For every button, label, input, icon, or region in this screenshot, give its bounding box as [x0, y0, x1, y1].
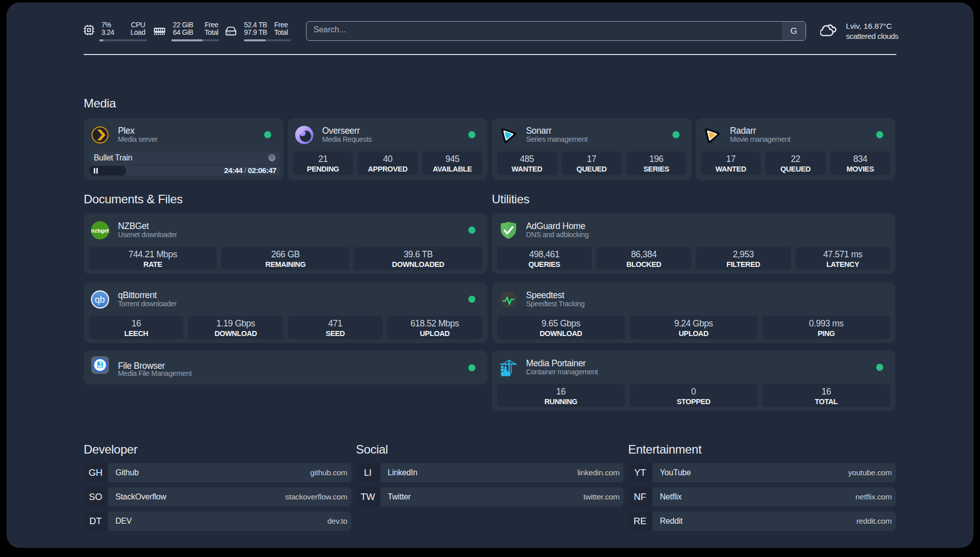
svg-text:nzbget: nzbget: [91, 228, 109, 234]
svg-text:qb: qb: [95, 295, 105, 305]
